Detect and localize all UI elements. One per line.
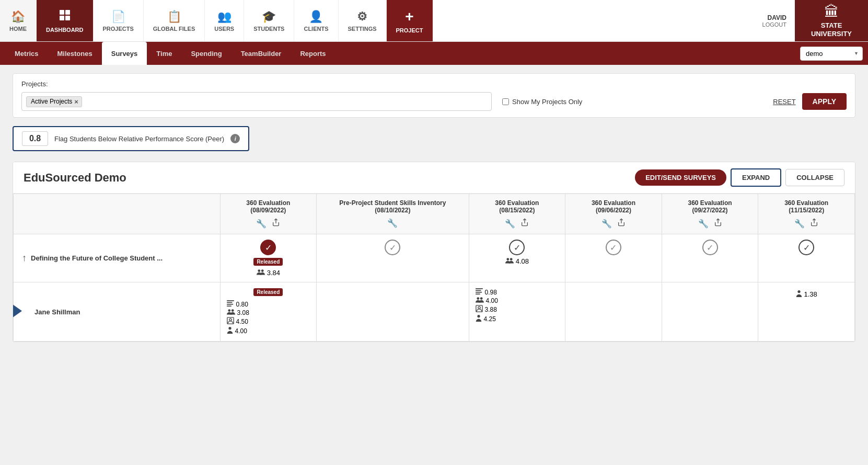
share-icon-s5[interactable]: [714, 218, 722, 229]
tab-teambuilder[interactable]: TeamBuilder: [232, 42, 291, 65]
sub-nav-right: demo: [800, 47, 863, 61]
expand-button[interactable]: EXPAND: [731, 168, 781, 187]
nav-home[interactable]: 🏠 HOME: [0, 0, 37, 41]
project-score-s1: 3.84: [225, 269, 313, 277]
svg-point-28: [480, 297, 482, 300]
project-section-title: EduSourced Demo: [24, 171, 126, 185]
share-icon-s6[interactable]: [810, 218, 818, 229]
svg-rect-1: [65, 10, 70, 15]
reset-button[interactable]: RESET: [773, 98, 795, 106]
person-score-value-s6: 1.38: [804, 290, 817, 298]
survey-title-s2: Pre-Project Student Skills Inventory: [321, 199, 464, 207]
wrench-icon-s1[interactable]: 🔧: [256, 219, 267, 229]
score-lines-1: 0.80: [236, 301, 248, 308]
nav-clients[interactable]: 👤 CLIENTS: [294, 0, 338, 41]
add-icon: +: [405, 8, 413, 25]
wrench-icon-s2[interactable]: 🔧: [387, 218, 398, 228]
student-jane-cell-s5: [662, 282, 758, 342]
survey-date-s1: (08/09/2022): [225, 207, 313, 214]
wrench-icon-s4[interactable]: 🔧: [601, 219, 612, 229]
nav-projects[interactable]: 📄 PROJECTS: [94, 0, 144, 41]
col-header-s1: 360 Evaluation (08/09/2022) 🔧: [220, 194, 317, 234]
student-jane-person-score-s6: 1.38: [762, 290, 850, 299]
settings-icon: ⚙: [357, 10, 367, 24]
university-name: STATE UNIVERSITY: [811, 21, 852, 38]
share-icon-s1[interactable]: [272, 218, 280, 229]
svg-rect-15: [227, 302, 232, 303]
nav-global-files[interactable]: 📋 GLOBAL FILES: [144, 0, 205, 41]
people-icon-s3: [505, 257, 514, 265]
tab-metrics[interactable]: Metrics: [5, 42, 48, 65]
svg-point-18: [228, 309, 230, 312]
project-section: EduSourced Demo EDIT/SEND SURVEYS EXPAND…: [13, 162, 855, 342]
survey-header-tools-s5: 🔧: [666, 218, 754, 229]
add-project-button[interactable]: + PROJECT: [387, 0, 433, 41]
nav-users[interactable]: 👥 USERS: [205, 0, 244, 41]
show-my-projects-checkbox[interactable]: [502, 98, 509, 105]
tab-spending[interactable]: Spending: [181, 42, 231, 65]
demo-select[interactable]: demo: [800, 47, 863, 61]
score-detail-row-4: 4.00: [227, 326, 313, 335]
score-user-1: 4.50: [236, 318, 248, 325]
remove-tag-button[interactable]: ×: [74, 98, 78, 106]
edit-send-surveys-button[interactable]: EDIT/SEND SURVEYS: [635, 169, 726, 186]
survey-title-s4: 360 Evaluation: [570, 199, 657, 207]
tab-surveys[interactable]: Surveys: [102, 42, 147, 65]
nav-right: DAVID LOGOUT 🏛 STATE UNIVERSITY: [754, 0, 868, 41]
survey-header-tools-s4: 🔧: [570, 218, 657, 229]
people-icon-s3-2: [476, 297, 484, 304]
nav-students-label: STUDENTS: [253, 26, 284, 32]
svg-point-27: [477, 297, 479, 300]
wrench-icon-s5[interactable]: 🔧: [698, 219, 709, 229]
blue-arrow-container: [13, 296, 22, 328]
project-row1-cell-s4: ✓: [565, 234, 662, 282]
project-row1-cell-s6: ✓: [758, 234, 855, 282]
add-project-label: PROJECT: [396, 27, 423, 33]
tab-reports[interactable]: Reports: [291, 42, 335, 65]
svg-point-9: [258, 269, 260, 272]
svg-marker-13: [13, 297, 22, 326]
col-header-s2: Pre-Project Student Skills Inventory (08…: [317, 194, 469, 234]
project-row1-cell-s2: ✓: [317, 234, 469, 282]
survey-date-s3: (08/15/2022): [473, 207, 561, 214]
svg-point-30: [478, 307, 480, 309]
sub-nav: Metrics Milestones Surveys Time Spending…: [0, 42, 868, 65]
people-arrow-icon-1: [227, 309, 235, 316]
users-icon: 👥: [217, 10, 232, 24]
score-s3-2: 4.00: [486, 297, 498, 304]
apply-button[interactable]: APPLY: [802, 93, 847, 110]
student-jane-cell-s2: [317, 282, 469, 342]
filter-tags-input[interactable]: Active Projects ×: [21, 92, 492, 111]
score-value-s1: 3.84: [267, 269, 280, 277]
score-threshold-label: Flag Students Below Relative Performance…: [54, 135, 224, 143]
tab-milestones[interactable]: Milestones: [48, 42, 102, 65]
svg-point-32: [797, 290, 800, 293]
wrench-icon-s3[interactable]: 🔧: [505, 219, 515, 229]
main-content: Projects: Active Projects × Show My Proj…: [0, 65, 868, 465]
score-detail-row-3: 4.50: [227, 317, 313, 326]
nav-global-files-label: GLOBAL FILES: [153, 26, 195, 32]
nav-user[interactable]: DAVID LOGOUT: [754, 14, 795, 28]
score-threshold-value[interactable]: 0.8: [22, 131, 48, 146]
project-title-text: Defining the Future of College Student .…: [31, 254, 163, 262]
share-icon-s3[interactable]: [520, 218, 529, 229]
nav-settings[interactable]: ⚙ SETTINGS: [339, 0, 387, 41]
tab-time[interactable]: Time: [147, 42, 181, 65]
survey-title-s3: 360 Evaluation: [473, 199, 561, 207]
demo-select-wrap[interactable]: demo: [800, 47, 863, 61]
active-projects-tag-label: Active Projects: [31, 98, 72, 105]
info-icon[interactable]: i: [230, 134, 240, 143]
score-detail-s3-row2: 4.00: [476, 297, 561, 304]
outline-check-dark-icon-s6: ✓: [798, 240, 814, 255]
nav-dashboard[interactable]: DASHBOARD: [37, 0, 94, 41]
score-detail-row-1: 0.80: [227, 300, 313, 308]
logout-link[interactable]: LOGOUT: [762, 21, 786, 28]
collapse-button[interactable]: COLLAPSE: [785, 169, 844, 186]
col-header-s4: 360 Evaluation (09/06/2022) 🔧: [565, 194, 662, 234]
nav-projects-label: PROJECTS: [103, 26, 134, 32]
wrench-icon-s6[interactable]: 🔧: [794, 219, 805, 229]
show-my-projects-label[interactable]: Show My Projects Only: [502, 98, 582, 106]
nav-students[interactable]: 🎓 STUDENTS: [244, 0, 294, 41]
active-projects-tag: Active Projects ×: [26, 96, 82, 107]
share-icon-s4[interactable]: [617, 218, 626, 229]
